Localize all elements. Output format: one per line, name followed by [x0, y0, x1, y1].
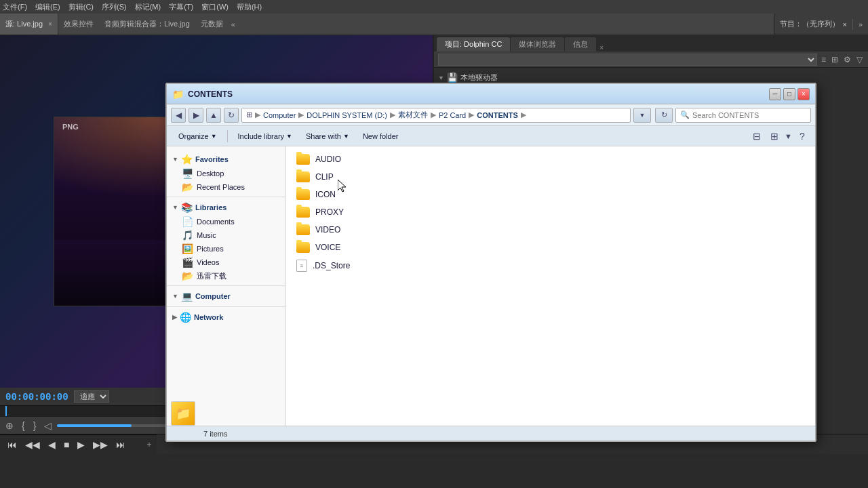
view-details-btn[interactable]: ⊟: [749, 129, 764, 144]
explorer-minimize-btn[interactable]: ─: [769, 88, 781, 100]
tl-btn-insert[interactable]: ◁: [41, 420, 54, 431]
list-item[interactable]: AUDIO: [291, 152, 810, 167]
transport-back[interactable]: ◀: [46, 439, 58, 450]
sidebar-item-documents[interactable]: 📄 Documents: [167, 215, 285, 228]
sidebar-item-recent-places[interactable]: 📂 Recent Places: [167, 180, 285, 194]
nav-up-btn[interactable]: ▲: [206, 108, 221, 123]
menu-clip[interactable]: 剪辑(C): [68, 2, 94, 12]
list-item[interactable]: CLIP: [291, 169, 810, 184]
path-folder2[interactable]: P2 Card: [439, 111, 466, 119]
address-dropdown-icon: ▼: [639, 112, 646, 119]
transport-play[interactable]: ▶: [75, 439, 87, 450]
explorer-maximize-btn[interactable]: □: [783, 88, 795, 100]
explorer-folder-icon: 📁: [172, 89, 184, 100]
address-dropdown-btn[interactable]: ▼: [633, 108, 651, 123]
panel-grid-icon[interactable]: ⊞: [830, 55, 840, 64]
path-computer[interactable]: Computer: [263, 111, 296, 119]
timeline-slider-fill: [57, 424, 132, 427]
libraries-expand-icon: ▼: [172, 204, 178, 211]
view-dropdown-icon[interactable]: ▼: [785, 132, 792, 140]
list-item[interactable]: ≡ .DS_Store: [291, 258, 810, 274]
menu-title[interactable]: 字幕(T): [169, 2, 193, 12]
effect-controls-btn[interactable]: 效果控件: [58, 19, 99, 29]
path-folder3[interactable]: CONTENTS: [477, 111, 518, 119]
file-name: .DS_Store: [313, 261, 350, 270]
explorer-main: AUDIO CLIP ICON PROXY: [285, 146, 815, 426]
list-item[interactable]: PROXY: [291, 205, 810, 220]
transport-step-back[interactable]: ◀◀: [23, 439, 42, 450]
computer-expand-icon: ▼: [172, 293, 178, 300]
sidebar-item-xunlei[interactable]: 📂 迅雷下载: [167, 269, 285, 283]
search-input[interactable]: [692, 111, 806, 119]
tab-media-browser[interactable]: 媒体浏览器: [511, 37, 564, 52]
recent-places-icon: 📂: [182, 182, 193, 192]
panel-list-icon[interactable]: ≡: [820, 55, 827, 64]
favorites-header[interactable]: ▼ ⭐ Favorites: [167, 152, 285, 167]
menu-mark[interactable]: 标记(M): [135, 2, 161, 12]
nav-forward-btn[interactable]: ▶: [189, 108, 203, 123]
audio-mix-btn[interactable]: 音频剪辑混合器：Live.jpg: [99, 19, 195, 29]
transport-fwd[interactable]: ▶▶: [91, 439, 110, 450]
libraries-header[interactable]: ▼ 📚 Libraries: [167, 200, 285, 215]
panel-filter-icon[interactable]: ▽: [855, 55, 864, 64]
transport-rewind-start[interactable]: ⏮: [5, 439, 19, 450]
menu-edit[interactable]: 编辑(E): [35, 2, 60, 12]
new-folder-btn[interactable]: New folder: [357, 129, 405, 144]
explorer-title: CONTENTS: [188, 89, 767, 99]
list-item[interactable]: VOICE: [291, 240, 810, 255]
transport-bar: ⏮ ◀◀ ◀ ■ ▶ ▶▶ ⏭ +: [0, 434, 157, 455]
seq-area: 节目：（无序列） × »: [774, 14, 868, 35]
nav-refresh-btn[interactable]: ↻: [224, 108, 239, 123]
source-tab-close[interactable]: ×: [48, 20, 52, 28]
view-icons-btn[interactable]: ⊞: [767, 129, 782, 144]
explorer-content: ▼ ⭐ Favorites 🖥️ Desktop 📂 Recent Places…: [167, 146, 815, 426]
panel-view-select[interactable]: [438, 54, 817, 66]
documents-icon: 📄: [182, 216, 193, 227]
address-path[interactable]: ⊞ ▶ Computer ▶ DOLPHIN SYSTEM (D:) ▶ 素材文…: [241, 108, 631, 123]
timeline-playhead[interactable]: [5, 406, 7, 416]
menu-help[interactable]: 帮助(H): [237, 2, 262, 12]
panel-settings-icon[interactable]: ⚙: [842, 55, 852, 64]
tl-btn-in[interactable]: {: [19, 420, 28, 431]
menu-sequence[interactable]: 序列(S): [102, 2, 127, 12]
organize-btn[interactable]: Organize ▼: [172, 129, 223, 144]
expand-btn[interactable]: +: [146, 440, 151, 449]
address-refresh-btn[interactable]: ↻: [655, 108, 673, 123]
folder-icon: [296, 242, 310, 253]
transport-end[interactable]: ⏭: [114, 439, 127, 450]
collapse-source-btn[interactable]: «: [229, 20, 238, 28]
path-drive[interactable]: DOLPHIN SYSTEM (D:): [307, 111, 387, 119]
tab-info[interactable]: 信息: [565, 37, 596, 52]
sidebar-item-desktop[interactable]: 🖥️ Desktop: [167, 167, 285, 180]
include-library-btn[interactable]: Include library ▼: [232, 129, 298, 144]
explorer-sidebar: ▼ ⭐ Favorites 🖥️ Desktop 📂 Recent Places…: [167, 146, 285, 426]
tl-btn-add[interactable]: ⊕: [3, 420, 16, 431]
list-item[interactable]: ICON: [291, 187, 810, 202]
search-box: 🔍: [675, 108, 811, 123]
sidebar-item-music[interactable]: 🎵 Music: [167, 228, 285, 242]
collapse-seq-btn[interactable]: »: [859, 20, 863, 28]
file-name: ICON: [315, 190, 336, 199]
fit-select[interactable]: 適應: [74, 390, 109, 403]
path-folder1[interactable]: 素材文件: [398, 110, 428, 120]
meta-btn[interactable]: 元数据: [195, 19, 229, 29]
network-header[interactable]: ▶ 🌐 Network: [167, 310, 285, 325]
menu-window[interactable]: 窗口(W): [201, 2, 229, 12]
tl-btn-out[interactable]: }: [31, 420, 39, 431]
nav-back-btn[interactable]: ◀: [171, 108, 186, 123]
share-with-btn[interactable]: Share with ▼: [300, 129, 355, 144]
seq-tab-close[interactable]: ×: [842, 20, 846, 28]
source-tab[interactable]: 源: Live.jpg ×: [0, 14, 58, 35]
computer-icon: 💻: [181, 291, 193, 302]
transport-stop[interactable]: ■: [62, 439, 71, 450]
help-btn[interactable]: ?: [795, 129, 810, 144]
sidebar-item-pictures[interactable]: 🖼️ Pictures: [167, 242, 285, 256]
menu-file[interactable]: 文件(F): [3, 2, 27, 12]
explorer-close-btn[interactable]: ×: [797, 88, 810, 100]
panel-close[interactable]: ×: [599, 44, 604, 52]
sidebar-item-videos[interactable]: 🎬 Videos: [167, 256, 285, 269]
file-name: VIDEO: [315, 225, 340, 235]
tab-project[interactable]: 项目: Dolphin CC: [437, 37, 510, 52]
list-item[interactable]: VIDEO: [291, 222, 810, 237]
computer-header[interactable]: ▼ 💻 Computer: [167, 289, 285, 304]
